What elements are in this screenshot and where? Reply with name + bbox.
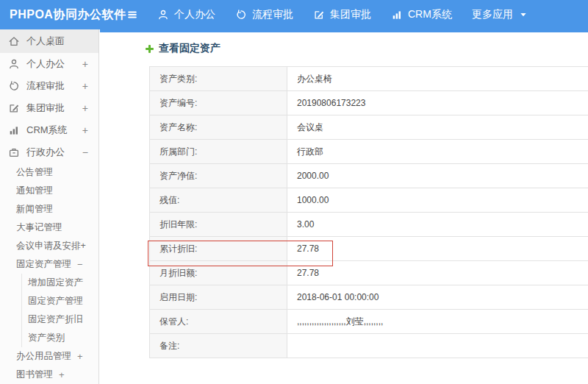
sidebar-item-label: 通知管理 [16, 185, 53, 197]
table-row: 月折旧额:27.78 [150, 261, 588, 285]
expand-icon[interactable]: + [82, 58, 88, 70]
field-value: 会议桌 [287, 115, 588, 140]
sidebar-item-label: 固定资产管理 [16, 258, 71, 271]
chart-icon [8, 124, 20, 136]
sidebar-item-label: 资产类别 [28, 332, 65, 344]
table-row: 资产名称:会议桌 [150, 115, 588, 140]
field-value: 2000.00 [287, 164, 588, 188]
page-title: 查看固定资产 [146, 42, 588, 55]
sidebar-item[interactable]: 流程审批+ [0, 75, 98, 97]
expand-icon[interactable]: + [82, 80, 88, 92]
topnav-item-label: 集团审批 [330, 8, 371, 21]
expand-icon[interactable]: + [82, 124, 88, 136]
sidebar-item[interactable]: 固定资产管理− [0, 255, 98, 274]
field-label: 残值: [150, 188, 287, 213]
topnav-item-label: 更多应用 [472, 8, 513, 21]
sidebar-item[interactable]: 固定资产折旧 [21, 310, 98, 329]
table-row: 资产类别:办公桌椅 [150, 67, 588, 91]
history-icon [235, 9, 247, 21]
topnav-item-label: CRM系统 [408, 8, 452, 21]
sidebar-item[interactable]: 新闻管理 [0, 200, 98, 218]
topnav-item[interactable]: 流程审批 [235, 8, 293, 21]
sidebar-item-label: 集团审批 [26, 102, 65, 115]
main-content: 查看固定资产 资产类别:办公桌椅资产编号:20190806173223资产名称:… [100, 29, 588, 384]
sidebar-item-label: 行政办公 [26, 146, 65, 159]
field-label: 资产类别: [150, 67, 287, 91]
app-logo: PHPOA协同办公软件 [0, 7, 126, 23]
field-label: 资产编号: [150, 91, 287, 115]
sidebar-item-label: 图书管理 [16, 369, 53, 381]
topnav-item[interactable]: 个人办公 [157, 8, 215, 21]
sidebar-item[interactable]: 固定资产管理 [21, 292, 98, 310]
sidebar-item[interactable]: 办公用品管理+ [0, 347, 98, 366]
sidebar-item[interactable]: 通知管理 [0, 182, 98, 200]
topnav-item-label: 流程审批 [252, 8, 293, 21]
collapse-icon[interactable]: − [77, 259, 83, 270]
field-label: 月折旧额: [150, 261, 287, 285]
person-icon [157, 9, 169, 21]
field-value: 27.78 [287, 261, 588, 285]
sidebar-item[interactable]: 集团审批+ [0, 97, 98, 119]
home-icon [8, 35, 20, 47]
sidebar-item-label: 大事记管理 [16, 221, 62, 234]
hamburger-menu-icon[interactable] [126, 7, 141, 22]
expand-icon[interactable]: + [82, 102, 88, 114]
field-label: 折旧年限: [150, 213, 287, 237]
hamburger-icon [126, 9, 138, 21]
caret-down-icon [520, 11, 527, 18]
sidebar-item-label: 新闻管理 [16, 203, 53, 216]
sidebar-item[interactable]: 个人桌面 [0, 29, 98, 53]
sidebar-item-label: 增加固定资产 [28, 277, 83, 289]
field-label: 所属部门: [150, 140, 287, 164]
sidebar-item-label: 公告管理 [16, 166, 53, 179]
table-row: 残值:1000.00 [150, 188, 588, 213]
sidebar-item[interactable]: CRM系统+ [0, 119, 98, 141]
sidebar-item[interactable]: 图书管理+ [0, 366, 98, 384]
field-value: 行政部 [287, 140, 588, 164]
sidebar-item-label: 流程审批 [26, 79, 65, 93]
sidebar-item[interactable]: 资产类别 [21, 329, 98, 347]
table-row: 备注: [150, 334, 588, 358]
sidebar-item[interactable]: 公告管理 [0, 163, 98, 182]
sidebar-item[interactable]: 行政办公− [0, 141, 98, 163]
edit-icon [313, 9, 325, 21]
table-row: 折旧年限:3.00 [150, 213, 588, 237]
field-value: 27.78 [287, 237, 588, 261]
table-row: 保管人:,,,,,,,,,,,,,,,,,,,,刘莹,,,,,,,, [150, 310, 588, 334]
field-label: 保管人: [150, 310, 287, 334]
field-label: 备注: [150, 334, 287, 358]
table-row: 启用日期:2018-06-01 00:00:00 [150, 285, 588, 310]
field-value: 1000.00 [287, 188, 588, 213]
sidebar-item-label: 办公用品管理 [16, 350, 71, 363]
field-value: 办公桌椅 [287, 67, 588, 91]
field-label: 资产名称: [150, 115, 287, 140]
asset-detail-table: 资产类别:办公桌椅资产编号:20190806173223资产名称:会议桌所属部门… [149, 66, 588, 358]
sidebar-item-label: 固定资产管理 [28, 295, 83, 307]
table-row: 所属部门:行政部 [150, 140, 588, 164]
table-row: 资产编号:20190806173223 [150, 91, 588, 115]
field-label: 累计折旧: [150, 237, 287, 261]
topnav-item[interactable]: 更多应用 [472, 8, 527, 21]
collapse-icon[interactable]: − [82, 146, 88, 158]
sidebar-item-label: 固定资产折旧 [28, 313, 83, 326]
top-navigation-bar: PHPOA协同办公软件 个人办公流程审批集团审批CRM系统更多应用 [0, 0, 588, 29]
topnav-item[interactable]: 集团审批 [313, 8, 371, 21]
field-label: 资产净值: [150, 164, 287, 188]
topnav-item[interactable]: CRM系统 [391, 8, 452, 21]
expand-icon[interactable]: + [77, 351, 83, 362]
sidebar-item-label: 个人办公 [26, 57, 65, 71]
field-value: 2018-06-01 00:00:00 [287, 285, 588, 310]
sidebar-item-label: 个人桌面 [26, 35, 65, 48]
chart-icon [391, 9, 403, 21]
page-title-text: 查看固定资产 [159, 42, 220, 55]
field-value: ,,,,,,,,,,,,,,,,,,,,刘莹,,,,,,,, [287, 310, 588, 334]
sidebar-item[interactable]: 增加固定资产 [21, 274, 98, 292]
history-icon [8, 80, 20, 92]
sidebar-item[interactable]: 会议申请及安排+ [0, 237, 98, 255]
expand-icon[interactable]: + [59, 369, 65, 380]
sidebar-item[interactable]: 大事记管理 [0, 218, 98, 237]
sidebar-item[interactable]: 个人办公+ [0, 53, 98, 75]
field-value [287, 334, 588, 358]
field-value: 3.00 [287, 213, 588, 237]
asset-detail-table-wrap: 资产类别:办公桌椅资产编号:20190806173223资产名称:会议桌所属部门… [149, 66, 588, 358]
